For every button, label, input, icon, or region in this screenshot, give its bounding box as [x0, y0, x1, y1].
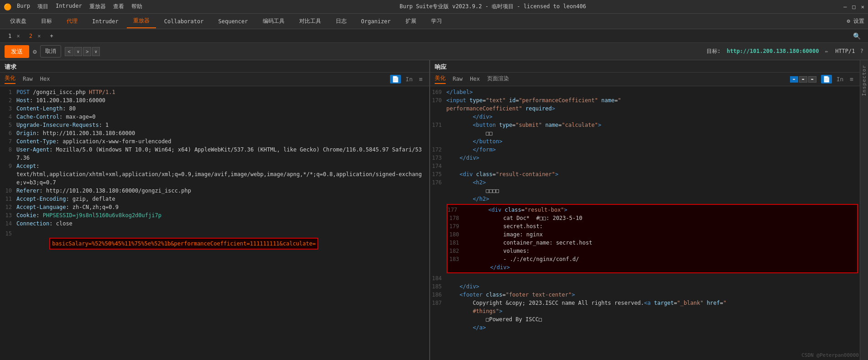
view-btn-2[interactable]: ▬ — [799, 76, 807, 83]
req-line-9: 9 Accept: — [0, 162, 429, 170]
tab-sequencer[interactable]: Sequencer — [212, 16, 255, 27]
resp-icon-doc[interactable]: 📄 — [821, 75, 832, 83]
close-tab-1[interactable]: × — [16, 33, 20, 39]
menu-help[interactable]: 帮助 — [131, 3, 142, 10]
tab-raw-req[interactable]: Raw — [23, 76, 33, 83]
tab-learn[interactable]: 学习 — [425, 15, 448, 28]
resp-line-a-close: </a> — [430, 323, 860, 332]
req-icon-ln[interactable]: In — [404, 75, 415, 83]
next-dropdown[interactable]: ∨ — [92, 47, 100, 56]
target-url: http://101.200.138.180:60000 — [727, 48, 819, 54]
toolbar: 发送 ⚙ 取消 < ∨ > ∨ 目标: http://101.200.138.1… — [0, 43, 868, 60]
maximize-button[interactable]: □ — [852, 4, 856, 10]
req-icon-menu[interactable]: ≡ — [417, 75, 425, 83]
send-button[interactable]: 发送 — [5, 45, 29, 58]
target-label: 目标: — [707, 48, 721, 54]
edit-target-icon[interactable]: ✏ — [825, 48, 828, 54]
settings-button[interactable]: ⚙ 设置 — [847, 17, 864, 25]
prev-dropdown[interactable]: ∨ — [74, 47, 82, 56]
resp-line-187-cont: #things"> — [430, 307, 860, 315]
result-box-highlight: 177 <div class="result-box"> 178 cat Doc… — [447, 204, 858, 273]
resp-line-186: 186 <footer class="footer text-center"> — [430, 291, 860, 299]
settings-gear-icon[interactable]: ⚙ — [33, 48, 36, 55]
close-tab-2[interactable]: × — [37, 33, 41, 39]
request-tabs-bar: 1 × 2 × + 🔍 — [0, 29, 868, 43]
response-code-area: 169 </label> 170 <input type="text" id="… — [430, 86, 860, 360]
tab-extensions[interactable]: 扩展 — [399, 15, 423, 28]
new-tab-button[interactable]: + — [45, 31, 57, 41]
resp-line-170-cont: performanceCoefficient" required> — [430, 104, 860, 113]
search-icon[interactable]: 🔍 — [853, 32, 861, 40]
response-tab-icons: ▬ ▬ ▬ 📄 In ≡ — [790, 75, 855, 83]
tab-hex-resp[interactable]: Hex — [470, 76, 480, 83]
resp-line-176-cont: □□□□ — [430, 187, 860, 195]
next-button[interactable]: > — [83, 47, 91, 56]
resp-line-171-cont: □□ — [430, 129, 860, 137]
request-panel-header: 请求 — [0, 60, 429, 73]
resp-line-183: 183 - ./:/etc/nginx/conf.d/ — [447, 255, 858, 263]
resp-line-171: 171 <button type="submit" name="calculat… — [430, 121, 860, 129]
tab-hex-req[interactable]: Hex — [40, 76, 50, 83]
menu-repeater[interactable]: 重放器 — [89, 3, 106, 10]
tab-render-resp[interactable]: 页面渲染 — [487, 75, 509, 83]
req-line-6: 6 Origin: http://101.200.138.180:60000 — [0, 129, 429, 137]
menu-view[interactable]: 查看 — [113, 3, 124, 10]
title-bar-left: 🟠 Burp 项目 Intruder 重放器 查看 帮助 — [4, 3, 142, 10]
view-btn-3[interactable]: ▬ — [808, 76, 816, 83]
target-info: 目标: http://101.200.138.180:60000 ✏ HTTP/… — [707, 47, 863, 55]
window-title: Burp Suite专业版 v2023.9.2 - 临时项目 - license… — [400, 3, 586, 10]
req-line-15: 15 basicSalary=%52%50%45%11%75%5e%52%1b&… — [0, 230, 429, 258]
request-panel: 请求 美化 Raw Hex 📄 In ≡ 1 POST /gongzi_iscc… — [0, 60, 430, 360]
inspector-panel: Inspector — [860, 60, 868, 360]
tab-collaborator[interactable]: Collaborator — [158, 16, 210, 27]
prev-button[interactable]: < — [65, 47, 73, 56]
req-line-14: 14 Connection: close — [0, 219, 429, 228]
tab-proxy[interactable]: 代理 — [60, 15, 84, 28]
req-icon-doc[interactable]: 📄 — [390, 75, 401, 83]
response-panel-header: 响应 — [430, 60, 860, 73]
resp-line-183-end: </div> — [447, 263, 858, 271]
tab-beautify-resp[interactable]: 美化 — [435, 74, 446, 84]
resp-line-184: 184 — [430, 274, 860, 282]
request-code-area: 1 POST /gongzi_iscc.php HTTP/1.1 2 Host:… — [0, 86, 429, 360]
tab-target[interactable]: 目标 — [35, 15, 58, 28]
search-area: 🔍 — [853, 32, 864, 40]
resp-line-170: 170 <input type="text" id="performanceCo… — [430, 96, 860, 104]
menu-burp[interactable]: Burp — [17, 3, 30, 10]
menu-project[interactable]: 项目 — [37, 3, 48, 10]
resp-line-177: 177 <div class="result-box"> — [447, 206, 858, 214]
req-line-5: 5 Upgrade-Insecure-Requests: 1 — [0, 121, 429, 129]
window-controls: — □ ✕ — [843, 4, 864, 10]
resp-icon-ln[interactable]: In — [835, 75, 846, 83]
resp-line-173: 173 </div> — [430, 154, 860, 162]
resp-line-178: 178 cat Doc* #□□: 2023-5-10 — [447, 214, 858, 222]
tab-beautify-req[interactable]: 美化 — [5, 74, 16, 84]
resp-line-179: 179 secret.host: — [447, 222, 858, 230]
view-btn-1[interactable]: ▬ — [790, 76, 798, 83]
tab-logger[interactable]: 日志 — [329, 15, 353, 28]
tab-intruder[interactable]: Intruder — [86, 16, 125, 27]
tab-dashboard[interactable]: 仪表盘 — [4, 15, 33, 28]
help-icon[interactable]: ? — [860, 48, 863, 54]
req-line-9-cont: text/html,application/xhtml+xml,applicat… — [0, 170, 429, 187]
req-line-1: 1 POST /gongzi_iscc.php HTTP/1.1 — [0, 88, 429, 96]
tab-comparer[interactable]: 对比工具 — [293, 15, 327, 28]
tab-decoder[interactable]: 编码工具 — [256, 15, 291, 28]
request-tab-1[interactable]: 1 × — [4, 31, 25, 41]
resp-line-169: 169 </label> — [430, 88, 860, 96]
tab-raw-resp[interactable]: Raw — [453, 76, 463, 83]
tab-organizer[interactable]: Organizer — [355, 16, 397, 27]
req-line-4: 4 Cache-Control: max-age=0 — [0, 113, 429, 121]
tab-repeater[interactable]: 重放器 — [127, 14, 156, 28]
nav-tabs: 仪表盘 目标 代理 Intruder 重放器 Collaborator Sequ… — [0, 14, 868, 29]
menu-intruder[interactable]: Intruder — [56, 3, 82, 10]
resp-line-187: 187 Copyright &copy; 2023.ISCC name All … — [430, 299, 860, 307]
resp-line-176-end: </h2> — [430, 195, 860, 203]
resp-line-180: 180 image: nginx — [447, 230, 858, 239]
close-button[interactable]: ✕ — [861, 4, 864, 10]
resp-icon-menu[interactable]: ≡ — [848, 75, 855, 83]
cancel-button[interactable]: 取消 — [40, 45, 61, 57]
minimize-button[interactable]: — — [843, 4, 847, 10]
request-tab-2[interactable]: 2 × — [25, 31, 46, 41]
req-line-3: 3 Content-Length: 80 — [0, 104, 429, 113]
